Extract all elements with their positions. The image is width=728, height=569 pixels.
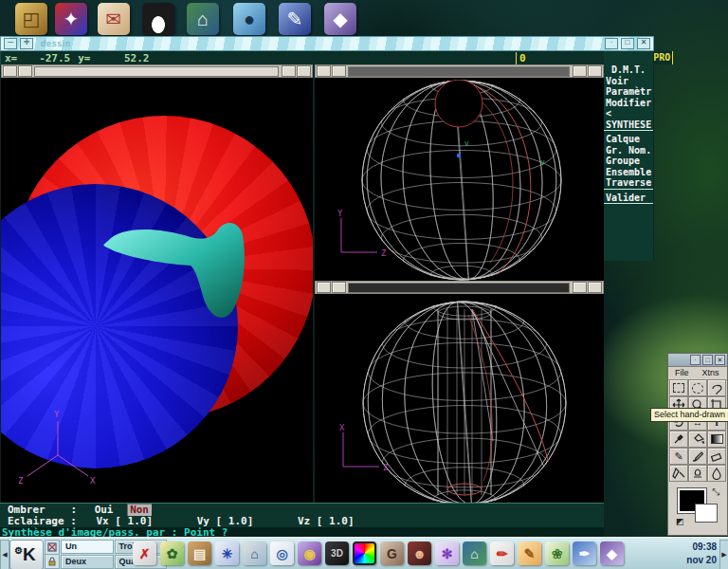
menu-item-param-tr[interactable]: Paramètr [604, 86, 653, 98]
photo-portrait-icon[interactable]: ☻ [408, 541, 431, 565]
padlock-icon [47, 557, 57, 566]
tool-pencil[interactable]: ✎ [669, 448, 688, 465]
3d-skull-icon[interactable]: 3D [325, 541, 349, 565]
viewport-title-strip[interactable] [348, 283, 570, 293]
window-x-icon [47, 542, 57, 552]
color-grid-icon[interactable] [353, 541, 376, 565]
menu-item-ensemble[interactable]: Ensemble [604, 167, 653, 178]
menu-item-voir[interactable]: Voir [604, 76, 653, 87]
menu-item-calque[interactable]: Calque [604, 134, 653, 145]
gimp-maximize-button[interactable]: □ [702, 355, 713, 365]
viewport-button-o[interactable] [588, 65, 602, 77]
red-pencil-icon[interactable]: ✏ [490, 541, 514, 565]
swap-colors-icon[interactable]: ⤡ [712, 486, 719, 498]
house-globe-icon[interactable]: ⌂ [463, 541, 486, 565]
menu-item-valider[interactable]: Valider [604, 193, 653, 205]
minimize-button[interactable]: · [605, 38, 618, 49]
tool-eraser[interactable] [707, 448, 726, 465]
gimp-minimize-button[interactable]: · [690, 355, 701, 365]
close-button[interactable]: ✕ [637, 38, 650, 49]
background-color-swatch[interactable] [695, 504, 718, 523]
viewport-button-u[interactable] [573, 282, 587, 293]
globe-pen-icon[interactable]: ✒ [573, 541, 596, 565]
pin-button[interactable]: ✛ [20, 38, 33, 49]
viewport-button-u[interactable] [282, 65, 296, 77]
wireframe-side-viewport[interactable]: X Z [315, 294, 604, 503]
viewport-button-u[interactable] [573, 65, 587, 77]
lock-screen-button[interactable] [45, 554, 60, 569]
afterstep-logo-icon[interactable]: ✦ [55, 3, 87, 35]
main-3d-viewport[interactable]: Y X Z [1, 78, 313, 503]
diamond-pen-icon[interactable]: ◆ [600, 541, 624, 565]
tool-blend[interactable] [707, 431, 726, 448]
gimp-file-menu[interactable]: File [668, 367, 696, 379]
k-menu-button[interactable]: ⚙K [9, 540, 44, 569]
tool-rect-select[interactable] [669, 379, 688, 396]
show-desktop-button[interactable] [45, 540, 60, 555]
home-globe-icon[interactable]: ⌂ [187, 3, 219, 35]
vz-field[interactable]: Vz [ 1.0] [298, 515, 355, 527]
default-colors-icon[interactable]: ◩ [676, 517, 684, 526]
find-files-icon[interactable]: ◎ [270, 541, 294, 565]
menu-item-traverse[interactable]: Traverse [604, 177, 653, 190]
pen-rocket-icon[interactable]: ✎ [279, 3, 311, 35]
flower-sparkle-icon[interactable]: ✻ [435, 541, 459, 565]
viewport-title-strip[interactable] [34, 66, 279, 77]
file-cabinet-icon[interactable]: ▤ [188, 541, 211, 565]
package-box-icon[interactable]: ◰ [15, 3, 47, 35]
viewport-button-r[interactable] [332, 65, 346, 77]
viewport-button-a[interactable] [3, 65, 17, 77]
top-viewport-header[interactable] [315, 64, 604, 78]
home-config-icon[interactable]: ⌂ [243, 541, 266, 565]
tool-bucket-fill[interactable] [688, 431, 707, 448]
browser-close-icon[interactable]: ✗ [133, 541, 156, 565]
viewport-button-r[interactable] [332, 282, 346, 293]
molecule-icon[interactable]: ◉ [298, 541, 321, 565]
gimp-xtns-menu[interactable]: Xtns [696, 367, 726, 379]
shade-button[interactable]: ─ [4, 38, 17, 49]
tool-lasso[interactable] [707, 379, 726, 396]
window-titlebar[interactable]: ─ ✛ dessin · □ ✕ [0, 36, 654, 51]
tool-paintbrush[interactable] [688, 448, 707, 465]
leaf-brush-icon[interactable]: ❀ [545, 541, 569, 565]
pager-desktop-un[interactable]: Un [61, 540, 114, 554]
panel-hide-left-arrow[interactable]: ◀ [0, 540, 9, 569]
pager-desktop-deux[interactable]: Deux [61, 555, 114, 569]
blue-ant-icon[interactable]: ● [233, 3, 265, 35]
menu-item-[interactable]: < [604, 108, 653, 119]
gimp-titlebar[interactable]: · □ ✕ [668, 354, 727, 367]
panel-hide-right-arrow[interactable]: ▶ [719, 540, 728, 569]
main-axis-y-label: Y [54, 410, 60, 419]
tool-ellipse-select[interactable] [688, 379, 707, 396]
viewport-button-o[interactable] [588, 282, 602, 293]
bottom-viewport-header[interactable] [315, 281, 604, 294]
mail-stamps-icon[interactable]: ✉ [98, 3, 130, 35]
menu-item-groupe[interactable]: Groupe [604, 156, 653, 167]
main-viewport-header[interactable] [1, 64, 313, 78]
menu-item-synthese[interactable]: SYNTHESE [604, 119, 653, 132]
coord-x-value: -27.5 [17, 52, 70, 64]
gimp-toolbox: · □ ✕ File Xtns ↔T✎ ⤡ ◩ [667, 353, 728, 536]
gimp-close-button[interactable]: ✕ [715, 355, 725, 365]
viewport-title-strip[interactable] [348, 66, 570, 77]
designer-pad-icon[interactable]: ◆ [324, 3, 356, 35]
panel-clock[interactable]: 09:38 nov 20 [686, 541, 717, 567]
viewport-button-r[interactable] [18, 65, 32, 77]
viewport-button-o[interactable] [297, 65, 311, 77]
maximize-button[interactable]: □ [621, 38, 634, 49]
linux-penguin-icon[interactable] [142, 3, 174, 35]
menu-item-gr-nom[interactable]: Gr. Nom. [604, 145, 653, 156]
wireframe-front-viewport[interactable]: vv Y Z [315, 78, 604, 281]
tool-clone[interactable] [688, 465, 707, 482]
viewport-button-a[interactable] [317, 282, 331, 293]
tool-color-picker[interactable] [669, 431, 688, 448]
desktop-palm-icon[interactable]: ✿ [160, 541, 184, 565]
gimp-wilber-icon[interactable]: G [380, 541, 404, 565]
menu-item-modifier[interactable]: Modifier [604, 98, 653, 109]
konqueror-wheel-icon[interactable]: ✳ [215, 541, 239, 565]
orange-pencil-icon[interactable]: ✎ [518, 541, 541, 565]
tool-airbrush[interactable] [669, 465, 688, 482]
tool-blur[interactable] [707, 465, 726, 482]
menu-item-d-m-t[interactable]: D.M.T. [604, 64, 653, 76]
viewport-button-a[interactable] [317, 65, 331, 77]
